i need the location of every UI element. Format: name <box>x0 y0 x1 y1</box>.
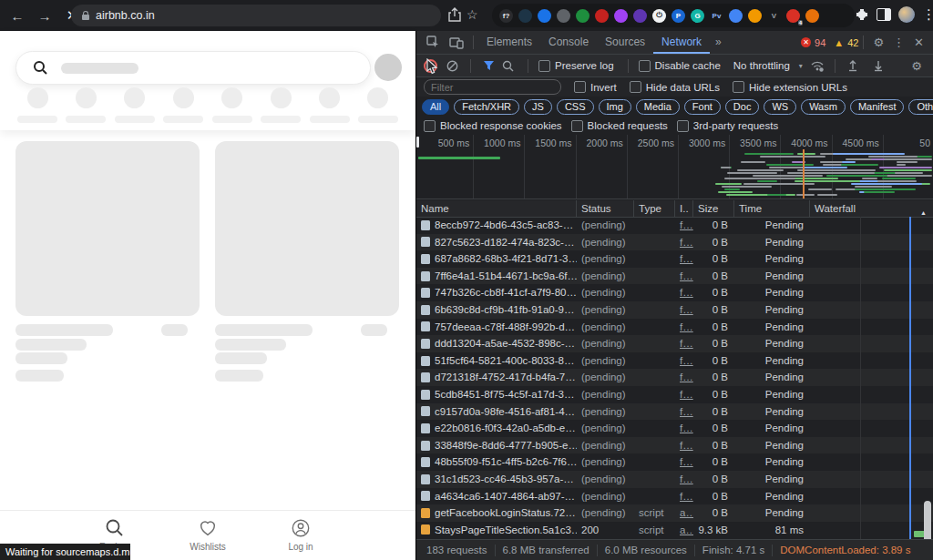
request-row[interactable]: 51f5cf64-5821-400c-8033-8…(pending)f…0 B… <box>416 352 933 370</box>
export-har-icon[interactable] <box>872 59 885 72</box>
filter-chip-font[interactable]: Font <box>684 99 721 115</box>
category-skeleton[interactable] <box>308 87 352 129</box>
request-initiator[interactable]: f… <box>675 471 693 488</box>
checkbox-blocked-response-cookies[interactable] <box>424 120 436 132</box>
devtools-tab-console[interactable]: Console <box>540 31 597 54</box>
more-tabs-icon[interactable]: » <box>710 31 727 54</box>
request-initiator[interactable]: a… <box>675 504 693 522</box>
nav-item-log-in[interactable]: Log in <box>275 518 326 560</box>
devtools-menu-icon[interactable]: ⋮ <box>893 36 905 49</box>
hide-extension-urls-label[interactable]: Hide extension URLs <box>749 82 847 93</box>
network-overview-timeline[interactable]: 500 ms1000 ms1500 ms2000 ms2500 ms3000 m… <box>416 135 933 199</box>
share-icon[interactable] <box>448 7 461 22</box>
warning-badge-icon[interactable]: ▲ <box>834 37 844 48</box>
filter-chip-doc[interactable]: Doc <box>725 99 760 115</box>
filter-funnel-icon[interactable] <box>483 60 495 71</box>
network-settings-icon[interactable]: ⚙ <box>911 59 922 73</box>
disable-cache-checkbox[interactable] <box>639 60 651 72</box>
request-row[interactable]: 757deeaa-c78f-488f-992b-d…(pending)f…0 B… <box>416 319 933 336</box>
warning-count[interactable]: 42 <box>847 37 858 48</box>
clear-network-log-icon[interactable] <box>446 60 458 72</box>
back-icon[interactable]: ← <box>4 8 31 24</box>
request-initiator[interactable]: f… <box>675 234 693 251</box>
checkbox-3rd-party-requests[interactable] <box>677 120 689 132</box>
category-skeleton[interactable] <box>64 87 108 129</box>
devtools-close-icon[interactable]: ✕ <box>914 36 924 49</box>
request-initiator[interactable]: f… <box>675 420 693 437</box>
invert-checkbox[interactable] <box>574 81 586 93</box>
devtools-tab-elements[interactable]: Elements <box>478 31 540 54</box>
request-initiator[interactable]: f… <box>675 250 693 268</box>
filter-chip-all[interactable]: All <box>422 99 449 115</box>
column-header-i[interactable]: I.. <box>675 200 693 217</box>
overview-handle[interactable] <box>416 137 419 148</box>
listing-card-skeleton[interactable] <box>15 141 200 405</box>
page-avatar-skeleton[interactable] <box>374 54 402 81</box>
request-row[interactable]: 687a8682-68b3-4f21-8d71-3…(pending)f…0 B… <box>416 250 933 268</box>
request-initiator[interactable]: f… <box>675 217 693 234</box>
request-initiator[interactable]: f… <box>675 488 693 505</box>
bookmark-star-icon[interactable]: ☆ <box>466 7 478 22</box>
request-initiator[interactable]: f… <box>675 386 693 403</box>
request-initiator[interactable]: f… <box>675 335 693 352</box>
extension-icon[interactable]: P <box>672 9 685 23</box>
filter-chip-ws[interactable]: WS <box>764 99 796 115</box>
devtools-tab-sources[interactable]: Sources <box>597 31 653 54</box>
network-conditions-icon[interactable] <box>810 60 825 72</box>
preserve-log-checkbox[interactable] <box>538 60 550 72</box>
extension-icon[interactable]: 4 <box>786 9 800 23</box>
extension-icon[interactable]: Pv <box>710 9 723 23</box>
category-skeleton[interactable] <box>210 87 254 129</box>
request-row[interactable]: 827c5623-d182-474a-823c-…(pending)f…0 BP… <box>416 234 933 251</box>
extension-icon[interactable] <box>538 9 551 23</box>
filter-chip-wasm[interactable]: Wasm <box>801 99 846 115</box>
request-row[interactable]: 8eccb972-4bd6-43c5-ac83-…(pending)f…0 BP… <box>416 217 933 234</box>
checkbox-blocked-requests[interactable] <box>571 120 583 132</box>
request-row[interactable]: 7ff6e4a1-51b4-4671-bc9a-6f…(pending)f…0 … <box>416 268 933 285</box>
device-toolbar-icon[interactable] <box>449 36 464 49</box>
request-row[interactable]: 33848f9e-8dd6-4777-b905-e…(pending)f…0 B… <box>416 437 933 454</box>
request-initiator[interactable]: f… <box>675 284 693 301</box>
extension-icon[interactable] <box>518 9 532 23</box>
category-skeleton[interactable] <box>113 87 157 129</box>
column-header-time[interactable]: Time <box>734 200 810 217</box>
column-header-type[interactable]: Type <box>634 200 675 217</box>
filter-input[interactable] <box>424 79 561 95</box>
category-skeleton[interactable] <box>356 87 400 129</box>
error-badge-icon[interactable]: ✕ <box>801 37 811 47</box>
request-row[interactable]: 31c1d523-cc46-45b3-957a-…(pending)f…0 BP… <box>416 471 933 488</box>
extension-icon[interactable] <box>614 9 628 23</box>
request-initiator[interactable]: f… <box>675 403 693 421</box>
request-row[interactable]: ddd13204-a5ae-4532-898c-…(pending)f…0 BP… <box>416 335 933 352</box>
preserve-log-label[interactable]: Preserve log <box>555 60 614 71</box>
hide-data-urls-checkbox[interactable] <box>630 81 641 93</box>
filter-chip-media[interactable]: Media <box>636 99 680 115</box>
extension-icon[interactable] <box>576 9 590 23</box>
browser-menu-icon[interactable]: ⋮ <box>922 6 933 23</box>
hide-data-urls-label[interactable]: Hide data URLs <box>646 82 720 93</box>
column-header-waterfall[interactable]: Waterfall▲ <box>810 200 933 217</box>
devtools-tab-network[interactable]: Network <box>653 31 710 54</box>
request-row[interactable]: e22b0816-f0f3-42a0-a5db-e…(pending)f…0 B… <box>416 420 933 437</box>
extension-icon[interactable]: V <box>767 9 781 23</box>
request-row[interactable]: 48b55f09-f51c-4ff5-b2c6-7f6…(pending)f…0… <box>416 453 933 471</box>
request-initiator[interactable]: f… <box>675 453 693 471</box>
listing-card-skeleton[interactable] <box>215 141 399 405</box>
extension-icon[interactable] <box>633 9 647 23</box>
filter-chip-css[interactable]: CSS <box>557 99 594 115</box>
hide-extension-urls-checkbox[interactable] <box>733 81 744 93</box>
request-row[interactable]: getFacebookLoginStatus.72…(pending)scrip… <box>416 504 933 522</box>
filter-chip-img[interactable]: Img <box>599 99 631 115</box>
extension-icon[interactable]: ⏻ <box>652 9 666 23</box>
extension-icon[interactable]: f? <box>499 9 513 23</box>
throttling-select[interactable]: No throttling <box>733 60 790 71</box>
import-har-icon[interactable] <box>846 59 859 72</box>
checkbox-label[interactable]: Blocked response cookies <box>440 120 562 131</box>
invert-label[interactable]: Invert <box>590 82 617 93</box>
address-bar[interactable]: airbnb.co.in <box>71 5 441 26</box>
extension-icon[interactable]: G <box>691 9 704 23</box>
search-bar[interactable] <box>15 51 371 85</box>
checkbox-label[interactable]: Blocked requests <box>588 120 668 131</box>
request-row[interactable]: 5cdb8451-8f75-4c5f-a17d-3…(pending)f…0 B… <box>416 386 933 403</box>
inspect-element-icon[interactable] <box>426 36 440 49</box>
